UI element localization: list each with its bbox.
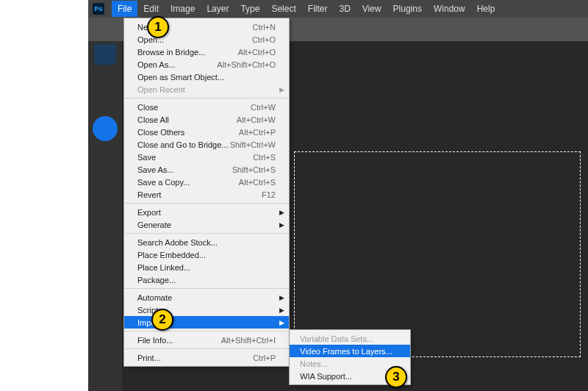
menu-item-save-as[interactable]: Save As...Shift+Ctrl+S [124,163,289,176]
menu-shortcut: Ctrl+N [253,23,276,32]
menu-shortcut: Alt+Ctrl+S [239,178,276,187]
menu-item-export[interactable]: Export▶ [124,206,289,218]
menubar-item-help[interactable]: Help [471,1,501,17]
menu-label: Print... [137,354,253,362]
menu-item-open-as-smart-object[interactable]: Open as Smart Object... [124,71,289,83]
menubar-item-plugins[interactable]: Plugins [387,1,428,17]
menubar-item-select[interactable]: Select [265,1,301,17]
home-icon[interactable] [94,44,116,65]
menu-label: Automate [137,293,276,302]
menu-label: Save a Copy... [137,178,239,187]
menu-item-generate[interactable]: Generate▶ [124,218,289,231]
menubar-item-image[interactable]: Image [165,1,201,17]
menu-shortcut: Ctrl+P [253,354,276,362]
menu-item-package[interactable]: Package... [124,273,289,286]
menu-shortcut: Ctrl+S [253,153,276,162]
menu-label: Browse in Bridge... [137,48,238,57]
chevron-right-icon: ▶ [279,294,284,301]
menu-item-search-adobe-stock[interactable]: Search Adobe Stock... [124,236,289,248]
callout-2: 2 [151,309,173,331]
menubar-item-file[interactable]: File [112,1,137,17]
menu-item-automate[interactable]: Automate▶ [124,291,289,304]
menu-label: Close All [137,115,237,124]
menu-item-open-recent[interactable]: Open Recent▶ [124,83,289,96]
menu-shortcut: F12 [262,190,276,199]
menu-label: Open Recent [137,85,276,94]
menubar-item-layer[interactable]: Layer [201,1,234,17]
menu-item-print[interactable]: Print...Ctrl+P [124,351,289,364]
menu-item-save-a-copy[interactable]: Save a Copy...Alt+Ctrl+S [124,176,289,188]
menu-item-open[interactable]: Open...Ctrl+O [124,33,289,46]
menubar-item-view[interactable]: View [356,1,387,17]
chevron-right-icon: ▶ [279,319,284,326]
menu-item-import[interactable]: Import▶ [124,316,289,329]
menu-label: Search Adobe Stock... [137,238,276,247]
canvas-selection [294,151,581,357]
menu-item-save[interactable]: SaveCtrl+S [124,151,289,163]
menu-item-file-info[interactable]: File Info...Alt+Shift+Ctrl+I [124,334,289,346]
menubar: Ps FileEditImageLayerTypeSelectFilter3DV… [88,0,588,18]
menu-item-close-all[interactable]: Close AllAlt+Ctrl+W [124,113,289,126]
menu-label: Variable Data Sets... [300,334,400,343]
chevron-right-icon: ▶ [279,86,284,93]
menu-label: Place Embedded... [137,251,276,259]
menubar-item-edit[interactable]: Edit [137,1,165,17]
menu-label: Close and Go to Bridge... [137,140,230,149]
file-menu-dropdown: New...Ctrl+NOpen...Ctrl+OBrowse in Bridg… [123,18,290,367]
callout-3: 3 [385,366,407,388]
menu-label: Package... [137,276,276,284]
menubar-item-type[interactable]: Type [234,1,265,17]
menu-item-close-others[interactable]: Close OthersAlt+Ctrl+P [124,126,289,138]
menu-shortcut: Alt+Ctrl+O [238,48,276,57]
menu-item-close-and-go-to-bridge[interactable]: Close and Go to Bridge...Shift+Ctrl+W [124,138,289,151]
menu-label: Save As... [137,165,232,174]
menu-shortcut: Ctrl+W [251,103,276,112]
menu-item-browse-in-bridge[interactable]: Browse in Bridge...Alt+Ctrl+O [124,46,289,58]
menu-shortcut: Alt+Ctrl+P [239,128,276,137]
chevron-right-icon: ▶ [279,221,284,229]
menu-label: Video Frames to Layers... [300,347,400,356]
menu-label: Generate [137,220,276,229]
submenu-item-video-frames-to-layers[interactable]: Video Frames to Layers... [290,345,410,357]
menu-shortcut: Alt+Shift+Ctrl+O [217,60,276,69]
menu-label: Open As... [137,60,217,69]
menu-shortcut: Ctrl+O [252,35,276,44]
tool-icon[interactable] [93,116,118,141]
menu-shortcut: Shift+Ctrl+S [232,165,276,174]
menu-label: Close Others [137,128,239,137]
menu-item-revert[interactable]: RevertF12 [124,188,289,201]
menu-label: Export [137,208,276,217]
menu-item-open-as[interactable]: Open As...Alt+Shift+Ctrl+O [124,58,289,71]
callout-1: 1 [147,16,169,38]
chevron-right-icon: ▶ [279,209,284,216]
menu-label: Notes... [300,359,400,368]
menu-item-close[interactable]: CloseCtrl+W [124,101,289,113]
menu-label: Open as Smart Object... [137,73,276,82]
menu-label: Save [137,153,253,162]
menu-item-scripts[interactable]: Scripts▶ [124,304,289,316]
menu-shortcut: Alt+Ctrl+W [237,115,276,124]
menu-label: Close [137,103,251,112]
submenu-item-variable-data-sets[interactable]: Variable Data Sets... [290,332,410,345]
menu-label: Revert [137,190,262,199]
photoshop-logo-icon: Ps [93,3,104,15]
chevron-right-icon: ▶ [279,306,284,314]
menu-shortcut: Alt+Shift+Ctrl+I [221,336,276,345]
menu-label: Place Linked... [137,263,276,272]
menubar-item-3d[interactable]: 3D [333,1,356,17]
menu-item-place-embedded[interactable]: Place Embedded... [124,248,289,261]
menubar-item-filter[interactable]: Filter [302,1,334,17]
menu-shortcut: Shift+Ctrl+W [230,140,276,149]
menu-label: File Info... [137,336,221,345]
menu-item-place-linked[interactable]: Place Linked... [124,261,289,273]
menubar-item-window[interactable]: Window [428,1,471,17]
